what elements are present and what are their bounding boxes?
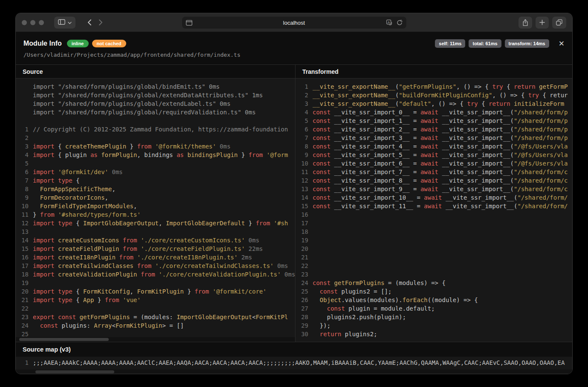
code-line: 14import createCustomIcons from './core/…: [16, 236, 295, 244]
code-text: const __vite_ssr_import_6__ = await __vi…: [308, 159, 568, 168]
nav-buttons: [87, 19, 103, 26]
line-number: 21: [16, 296, 29, 304]
line-number: 15: [16, 244, 29, 253]
inline-badge: inline: [67, 40, 89, 47]
code-text: const plugins2 = [];: [308, 287, 391, 296]
minimize-window-button[interactable]: [30, 20, 35, 25]
transformed-code[interactable]: 1__vite_ssr_exportName__("getFormPlugins…: [295, 79, 572, 342]
code-line: 15import createFieldPlugin from './core/…: [16, 244, 295, 253]
code-text: import { plugin as formPlugin, bindings …: [29, 151, 288, 159]
line-number: 23: [16, 313, 29, 321]
code-line: 26 Object.values(modules).forEach((modul…: [295, 296, 572, 304]
code-line: 13: [16, 227, 295, 236]
sidebar-toggle-button[interactable]: [54, 17, 75, 29]
code-line: 1__vite_ssr_exportName__("getFormPlugins…: [295, 82, 572, 91]
translate-icon[interactable]: A: [386, 20, 393, 26]
code-line: import "/shared/form/plugins/global/requ…: [16, 108, 295, 116]
code-line: 27 const plugin = module.default;: [295, 304, 572, 313]
svg-text:A: A: [388, 20, 390, 24]
line-number: [16, 116, 29, 125]
code-line: 24 const plugins: Array<FormKitPlugin> =…: [16, 321, 295, 330]
code-line: import "/shared/form/plugins/global/exte…: [16, 99, 295, 108]
line-number: 5: [295, 116, 308, 125]
line-number: 14: [16, 236, 29, 244]
code-text: import createI18nPlugin from './core/cre…: [29, 253, 252, 262]
code-text: const plugins: Array<FormKitPlugin> = []: [29, 321, 184, 330]
new-tab-button[interactable]: [536, 17, 549, 29]
line-number: 16: [295, 210, 308, 219]
code-text: Object.values(modules).forEach((module) …: [308, 296, 478, 304]
line-number: 19: [295, 236, 308, 244]
source-code[interactable]: import "/shared/form/plugins/global/bind…: [16, 79, 295, 337]
code-line: 25 const plugins2 = [];: [295, 287, 572, 296]
source-panel-title: Source: [16, 65, 295, 79]
code-text: const __vite_ssr_import_3__ = await __vi…: [308, 134, 568, 142]
line-number: 2: [16, 134, 29, 142]
line-number: 3: [295, 99, 308, 108]
line-number: 27: [295, 304, 308, 313]
line-number: 20: [295, 244, 308, 253]
zoom-window-button[interactable]: [39, 20, 44, 25]
code-line: 21import type { App } from 'vue': [16, 296, 295, 304]
code-text: const __vite_ssr_import_2__ = await __vi…: [308, 125, 568, 134]
source-scrollbar-thumb[interactable]: [19, 338, 109, 341]
code-line: 18import createValidationPlugin from './…: [16, 270, 295, 279]
reload-icon[interactable]: [397, 20, 403, 26]
code-text: return plugins2;: [308, 330, 377, 338]
code-line: 8 FormAppSpecificTheme,: [16, 185, 295, 193]
line-number: 4: [16, 151, 29, 159]
code-text: const __vite_ssr_import_7__ = await __vi…: [308, 168, 568, 176]
source-panel: Source import "/shared/form/plugins/glob…: [16, 65, 295, 342]
code-line: 8const __vite_ssr_import_4__ = await __v…: [295, 142, 572, 151]
code-line: 3__vite_ssr_exportName__("default", () =…: [295, 99, 572, 108]
code-text: [308, 270, 313, 279]
code-text: __vite_ssr_exportName__("buildFormKitPlu…: [308, 91, 568, 99]
window-controls: [22, 20, 44, 25]
forward-button[interactable]: [98, 19, 103, 26]
back-button[interactable]: [87, 19, 92, 26]
line-number: 25: [295, 287, 308, 296]
reader-icon[interactable]: [186, 20, 192, 26]
code-text: __vite_ssr_exportName__("getFormPlugins"…: [308, 82, 568, 91]
sourcemap-code[interactable]: 1;;;AAEA;AAAkC;AAAA;AAAA;AAAA;AAClC;AAEA…: [16, 357, 572, 370]
sourcemap-scrollbar-thumb[interactable]: [35, 370, 114, 373]
share-button[interactable]: [518, 17, 532, 29]
code-line: 10 FormFieldTypeImportModules,: [16, 202, 295, 210]
code-text: const __vite_ssr_import_5__ = await __vi…: [308, 151, 568, 159]
address-bar[interactable]: localhost A: [182, 17, 406, 29]
line-number: 8: [295, 142, 308, 151]
code-text: [29, 159, 33, 168]
line-number: 20: [16, 287, 29, 296]
code-text: [29, 116, 33, 125]
code-line: 1// Copyright (C) 2012-2025 Zammad Found…: [16, 125, 295, 134]
code-line: 19: [16, 279, 295, 287]
line-number: 1: [295, 82, 308, 91]
code-text: // Copyright (C) 2012-2025 Zammad Founda…: [29, 125, 288, 134]
code-text: import "/shared/form/plugins/global/exte…: [29, 99, 231, 108]
sourcemap-section: Source map (v3) 1;;;AAEA;AAAkC;AAAA;AAAA…: [16, 342, 572, 374]
code-line: 9 FormDecoratorIcons,: [16, 193, 295, 202]
code-text: FormFieldTypeImportModules,: [29, 202, 137, 210]
line-number: 30: [295, 330, 308, 338]
close-button[interactable]: ✕: [559, 40, 565, 47]
source-horizontal-scrollbar[interactable]: [16, 337, 295, 342]
line-number: 12: [16, 219, 29, 227]
code-line: 11const __vite_ssr_import_7__ = await __…: [295, 168, 572, 176]
code-text: import "/shared/form/plugins/global/requ…: [29, 108, 256, 116]
code-line: 29 });: [295, 321, 572, 330]
code-line: 11} from '#shared/types/form.ts': [16, 210, 295, 219]
line-number: 7: [295, 134, 308, 142]
page-title: Module Info: [23, 40, 62, 47]
close-window-button[interactable]: [22, 20, 27, 25]
line-number: 22: [16, 304, 29, 313]
code-line: 22: [16, 304, 295, 313]
line-number: 6: [16, 168, 29, 176]
code-text: import '@formkit/dev' 0ms: [29, 168, 123, 176]
tab-overview-button[interactable]: [552, 17, 566, 29]
sourcemap-horizontal-scrollbar[interactable]: [16, 370, 572, 374]
code-line: 22: [295, 262, 572, 270]
code-text: [29, 279, 33, 287]
code-text: const __vite_ssr_import_0__ = await __vi…: [308, 108, 568, 116]
code-text: FormAppSpecificTheme,: [29, 185, 116, 193]
line-number: 13: [16, 227, 29, 236]
